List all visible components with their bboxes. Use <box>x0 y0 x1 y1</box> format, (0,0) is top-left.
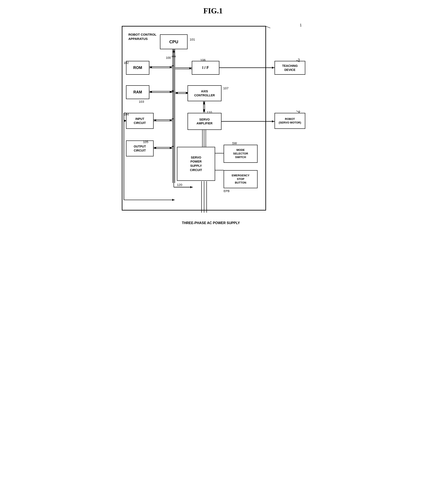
ref-103: 103 <box>139 100 144 103</box>
ref-epb: EPB <box>224 189 230 193</box>
main-apparatus-label: ROBOT CONTROL APPARATUS <box>128 32 156 41</box>
teaching-device-box: TEACHING DEVICE <box>275 61 305 75</box>
robot-box: ROBOT (SERVO MOTOR) <box>275 113 305 129</box>
figure-title: FIG.1 <box>118 6 308 15</box>
ref-104: 104 <box>123 113 129 116</box>
axis-controller-box: AXIS CONTROLLER <box>188 85 221 101</box>
ref-105: 105 <box>143 140 148 144</box>
ref-2: 2 <box>298 110 300 114</box>
if-box: I / F <box>192 61 219 75</box>
ref-110: 110 <box>207 110 212 114</box>
mode-selector-box: MODE SELECTOR SWITCH <box>224 145 257 163</box>
ref-106: 106 <box>200 58 206 62</box>
emergency-stop-box: EMERGENCY STOP BUTTON <box>224 170 257 188</box>
ref-3: 3 <box>298 58 300 62</box>
ref-102: 102 <box>123 61 129 65</box>
rom-box: ROM <box>126 61 149 75</box>
svg-marker-30 <box>272 67 274 69</box>
svg-line-62 <box>266 26 270 28</box>
output-circuit-box: OUTPUT CIRCUIT <box>126 140 154 156</box>
ref-101: 101 <box>190 37 195 41</box>
ram-box: RAM <box>126 85 149 99</box>
ref-1: 1 <box>300 23 302 27</box>
input-circuit-box: INPUT CIRCUIT <box>126 113 154 129</box>
servo-amplifier-box: SERVO AMPLIFIER <box>188 113 221 130</box>
cpu-box: CPU <box>160 34 188 49</box>
ref-sw: SW <box>232 142 237 145</box>
ref-107: 107 <box>223 86 228 90</box>
svg-marker-36 <box>272 120 274 122</box>
servo-power-box: SERVO POWER SUPPLY CIRCUIT <box>177 147 215 181</box>
three-phase-label: THREE-PHASE AC POWER SUPPLY <box>169 221 253 225</box>
ref-120: 120 <box>177 183 182 187</box>
